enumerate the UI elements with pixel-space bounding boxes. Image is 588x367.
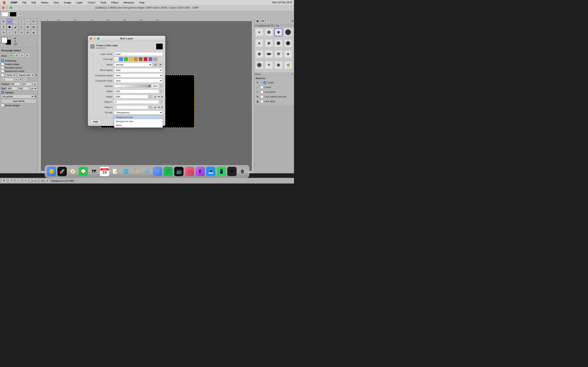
brush-cell-11[interactable]: ✲ — [274, 50, 283, 58]
dock-freeform[interactable]: ✏️ — [131, 167, 141, 176]
apple-menu[interactable]: 🍎 — [2, 1, 7, 4]
offset-x-up[interactable]: ▲ — [160, 100, 163, 102]
foreground-color[interactable] — [1, 37, 7, 43]
background-color-swatch[interactable] — [10, 12, 16, 17]
help-button[interactable]: Help — [90, 119, 101, 124]
tool-clone[interactable]: ⊕ — [25, 24, 30, 30]
ratio-paste-btn[interactable]: ⧊ — [23, 78, 27, 81]
mode-replace[interactable]: ⊡ — [9, 53, 14, 57]
tag-blue[interactable] — [119, 57, 123, 61]
aspect-ratio-select[interactable]: Aspect ratio — [17, 73, 35, 77]
fill-with-dropdown[interactable]: Transparency Foreground color Background… — [114, 110, 163, 115]
tool-shear[interactable]: ⬢ — [7, 24, 12, 30]
tool-crop[interactable]: ⌐ — [25, 19, 30, 24]
tool-move[interactable]: ✛ — [1, 19, 6, 24]
mode-icon-btn-1[interactable]: ↺ — [153, 62, 157, 67]
dock-appstore[interactable]: 🛒 — [153, 167, 163, 176]
position-unit-select[interactable]: px — [33, 82, 38, 86]
height-up[interactable]: ▲ — [149, 95, 152, 97]
tag-red[interactable] — [144, 57, 148, 61]
fixed-checkbox[interactable] — [1, 74, 4, 76]
fixed-select[interactable]: Fixed — [5, 73, 16, 77]
tool-transform[interactable]: ⟳ — [31, 19, 36, 24]
tool-fuzzy-select[interactable]: ╱ — [19, 19, 24, 24]
feather-edges-checkbox[interactable] — [1, 63, 4, 66]
fill-option-background[interactable]: White — [114, 123, 163, 127]
brush-cell-5[interactable]: ★ — [255, 39, 263, 47]
reset-colors-button[interactable]: ✕ — [18, 12, 22, 17]
ratio-copy-btn[interactable]: ⧉ — [19, 78, 22, 81]
menu-help[interactable]: Help — [138, 1, 145, 4]
menu-edit[interactable]: Edit — [31, 1, 37, 4]
dock-finder[interactable]: 😊 — [47, 167, 56, 176]
tools-button[interactable]: ⚒ — [2, 179, 7, 183]
menu-view[interactable]: View — [52, 1, 60, 4]
reset-fg-bg-button[interactable]: ↺ — [14, 40, 17, 42]
rounded-corners-checkbox[interactable] — [1, 66, 4, 69]
linked-checkbox[interactable] — [260, 86, 263, 89]
guides-select[interactable]: No guides — [1, 95, 34, 98]
menu-windows[interactable]: Windows — [123, 1, 135, 4]
brush-cell-16[interactable]: 🌿 — [284, 61, 292, 69]
opacity-input[interactable] — [152, 84, 159, 88]
size-h-input[interactable] — [18, 87, 29, 90]
foreground-color-swatch[interactable] — [2, 12, 8, 17]
expand-from-center-checkbox[interactable] — [1, 70, 4, 72]
menu-colors[interactable]: Colors — [87, 1, 96, 4]
tool-flip[interactable]: ⇕ — [1, 24, 6, 30]
tool-paint[interactable]: 🖌 — [13, 24, 18, 30]
dock-eyebrow[interactable]: 👁 — [227, 167, 237, 176]
menu-gimp[interactable]: GIMP — [10, 1, 18, 4]
composite-space-dropdown[interactable]: Auto — [114, 73, 163, 77]
brush-cell-12[interactable]: ⬟ — [284, 50, 292, 58]
menu-select[interactable]: Select — [40, 1, 49, 4]
brush-cell-8[interactable] — [284, 39, 292, 47]
position-y-input[interactable] — [21, 82, 32, 86]
auto-shrink-button[interactable]: Auto Shrink — [1, 99, 36, 103]
tag-gray[interactable] — [153, 57, 157, 61]
brush-cell-1[interactable] — [255, 28, 263, 36]
brush-cell-13[interactable] — [255, 61, 263, 69]
dock-whatsapp[interactable]: 📱 — [216, 167, 226, 176]
dock-messages[interactable]: 💬 — [78, 167, 88, 176]
fill-option-transparency[interactable]: Foreground color — [114, 115, 163, 119]
dock-trash[interactable]: 🗑 — [238, 167, 247, 176]
tool-text[interactable]: A — [19, 30, 24, 35]
tool-path[interactable]: ⚲ — [13, 30, 18, 35]
redo-button[interactable]: ✕ — [16, 179, 21, 183]
dialog-max-button[interactable] — [97, 37, 99, 40]
mode-dropdown[interactable]: Normal — [114, 63, 152, 67]
fg-pattern-button[interactable] — [14, 43, 17, 45]
dock-maps[interactable]: 🗺 — [89, 167, 99, 176]
tool-heal[interactable]: ⊞ — [31, 24, 36, 30]
layer-name-input[interactable] — [114, 52, 163, 56]
tool-zoom[interactable]: ⊕ — [31, 30, 36, 35]
panel-settings-button[interactable]: ▾ — [292, 20, 293, 22]
tool-eyedropper[interactable]: ⊘ — [25, 30, 30, 35]
menu-layer[interactable]: Layer — [75, 1, 84, 4]
zoom-select[interactable]: 50% — [40, 179, 49, 183]
brush-cell-3[interactable] — [274, 28, 283, 36]
brush-cell-10[interactable] — [265, 50, 273, 58]
dock-safari[interactable]: 🧭 — [68, 167, 78, 176]
swap-colors-button[interactable]: ⇄ — [14, 37, 17, 40]
maximize-button[interactable] — [10, 7, 12, 9]
new-layer-dialog[interactable]: New Layer Create a New Layer [Untitled]-… — [88, 36, 165, 126]
basic-dropdown-arrow[interactable]: ▾ — [292, 73, 293, 75]
fill-option-foreground[interactable]: Background color — [114, 119, 163, 123]
tag-brown[interactable] — [139, 57, 143, 61]
opacity-bar[interactable] — [114, 85, 151, 87]
menu-tools[interactable]: Tools — [99, 1, 107, 4]
position-x-input[interactable] — [10, 82, 20, 86]
brush-cell-15[interactable] — [274, 61, 283, 69]
dock-podcasts[interactable]: 🎙 — [195, 167, 205, 176]
offset-x-input[interactable] — [114, 100, 159, 104]
size-w-input[interactable] — [7, 87, 17, 90]
offset-x-down[interactable]: ▼ — [160, 102, 163, 104]
menu-file[interactable]: File — [21, 1, 27, 4]
opacity-up[interactable]: ▲ — [160, 84, 163, 86]
brush-cell-9[interactable] — [255, 50, 263, 58]
dock-launchpad[interactable]: 🚀 — [57, 167, 67, 176]
lock-alpha-checkbox[interactable] — [260, 100, 263, 103]
tool-eraser[interactable]: ◻ — [19, 24, 24, 30]
